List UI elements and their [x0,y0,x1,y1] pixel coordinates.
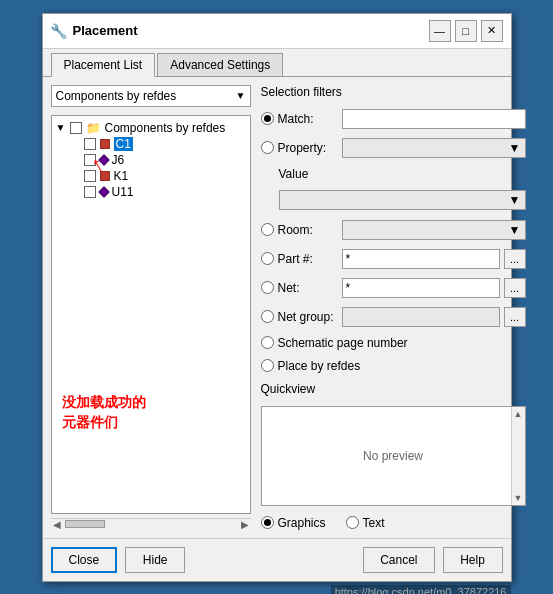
label-net: Net: [278,281,338,295]
radio-match[interactable] [261,112,274,125]
scroll-up-arrow[interactable]: ▲ [514,407,523,421]
component-icon-u11 [98,186,109,197]
radio-text[interactable] [346,516,359,529]
tree-scrollbar-h[interactable]: ◀ ▶ [51,518,251,530]
radio-schematic[interactable] [261,336,274,349]
hide-button[interactable]: Hide [125,547,185,573]
tree-checkbox-u11[interactable] [84,186,96,198]
right-panel: Selection filters Match: Property: ▼ Val… [261,85,526,530]
tree-item-k1[interactable]: K1 [56,168,246,184]
scroll-left-arrow[interactable]: ◀ [51,519,63,530]
value-dropdown-arrow: ▼ [509,193,521,207]
radio-part[interactable] [261,252,274,265]
label-graphics: Graphics [278,516,326,530]
quickview-scrollbar-v[interactable]: ▲ ▼ [511,407,525,505]
label-text: Text [363,516,385,530]
tree-item-c1[interactable]: C1 [56,136,246,152]
property-dropdown[interactable]: ▼ [342,138,526,158]
help-button[interactable]: Help [443,547,503,573]
tree-item-root[interactable]: ▼ 📁 Components by refdes [56,120,246,136]
component-icon-k1 [100,171,110,181]
filter-dropdown-row: Components by refdes ▼ [51,85,251,107]
btn-part[interactable]: ... [504,249,526,269]
close-window-button[interactable]: ✕ [481,20,503,42]
radio-place-by[interactable] [261,359,274,372]
radio-property[interactable] [261,141,274,154]
label-match: Match: [278,112,338,126]
filter-match-row: Match: [261,109,526,129]
dialog-title: Placement [73,23,423,38]
tree-label-u11: U11 [112,185,134,199]
room-dropdown-arrow: ▼ [509,223,521,237]
radio-graphics[interactable] [261,516,274,529]
room-dropdown[interactable]: ▼ [342,220,526,240]
tab-advanced-settings[interactable]: Advanced Settings [157,53,283,76]
filter-part-row: Part #: ... [261,249,526,269]
button-bar: Close Hide Cancel Help [43,538,511,581]
tree-label-k1: K1 [114,169,129,183]
scroll-right-arrow[interactable]: ▶ [239,519,251,530]
filter-room-row: Room: ▼ [261,220,526,240]
filter-net-group-row: Net group: ... [261,307,526,327]
input-match[interactable] [342,109,526,129]
filter-schematic-row: Schematic page number [261,336,526,350]
component-filter-dropdown[interactable]: Components by refdes ▼ [51,85,251,107]
close-button[interactable]: Close [51,547,118,573]
tree-checkbox-root[interactable] [70,122,82,134]
minimize-button[interactable]: — [429,20,451,42]
radio-net-group[interactable] [261,310,274,323]
component-icon-j6 [98,154,109,165]
value-label: Value [279,167,526,181]
tree-item-j6[interactable]: J6 [56,152,246,168]
btn-net[interactable]: ... [504,278,526,298]
input-part[interactable] [342,249,500,269]
window-controls: — □ ✕ [429,20,503,42]
input-net[interactable] [342,278,500,298]
radio-room[interactable] [261,223,274,236]
tree-label-j6: J6 [112,153,125,167]
watermark: https://blog.csdn.net/m0_37872216 [331,585,511,595]
dropdown-value: Components by refdes [56,89,177,103]
filter-property-row: Property: ▼ [261,138,526,158]
radio-net[interactable] [261,281,274,294]
tree-label-c1: C1 [114,137,133,151]
property-dropdown-arrow: ▼ [509,141,521,155]
tree-checkbox-k1[interactable] [84,170,96,182]
expand-icon: ▼ [56,122,68,133]
component-icon-c1 [100,139,110,149]
component-tree[interactable]: ▼ 📁 Components by refdes C1 [51,115,251,514]
tree-label-root: Components by refdes [105,121,226,135]
tree-checkbox-c1[interactable] [84,138,96,150]
scrollbar-thumb[interactable] [65,520,105,528]
main-content: Components by refdes ▼ ▼ 📁 Components by… [43,77,511,538]
scroll-down-arrow[interactable]: ▼ [514,491,523,505]
dropdown-arrow-icon: ▼ [236,90,246,101]
tree-item-u11[interactable]: U11 [56,184,246,200]
left-panel: Components by refdes ▼ ▼ 📁 Components by… [51,85,251,530]
label-net-group: Net group: [278,310,338,324]
label-part: Part #: [278,252,338,266]
filter-net-row: Net: ... [261,278,526,298]
folder-icon: 📁 [86,121,101,135]
quickview-box: No preview ▲ ▼ [261,406,526,506]
value-dropdown[interactable]: ▼ [279,190,526,210]
btn-net-group[interactable]: ... [504,307,526,327]
tab-placement-list[interactable]: Placement List [51,53,156,77]
label-room: Room: [278,223,338,237]
tab-bar: Placement List Advanced Settings [43,49,511,77]
radio-group-text: Text [346,516,385,530]
input-net-group[interactable] [342,307,500,327]
placement-dialog: 🔧 Placement — □ ✕ Placement List Advance… [42,13,512,582]
quickview-options-row: Graphics Text [261,516,526,530]
tree-checkbox-j6[interactable] [84,154,96,166]
quickview-content: No preview [262,449,525,463]
cancel-button[interactable]: Cancel [363,547,434,573]
title-bar: 🔧 Placement — □ ✕ [43,14,511,49]
label-schematic: Schematic page number [278,336,408,350]
quickview-label: Quickview [261,382,526,396]
annotation-text: 没加载成功的元器件们 [62,393,146,432]
maximize-button[interactable]: □ [455,20,477,42]
label-property: Property: [278,141,338,155]
selection-filters-label: Selection filters [261,85,526,99]
app-icon: 🔧 [51,23,67,39]
